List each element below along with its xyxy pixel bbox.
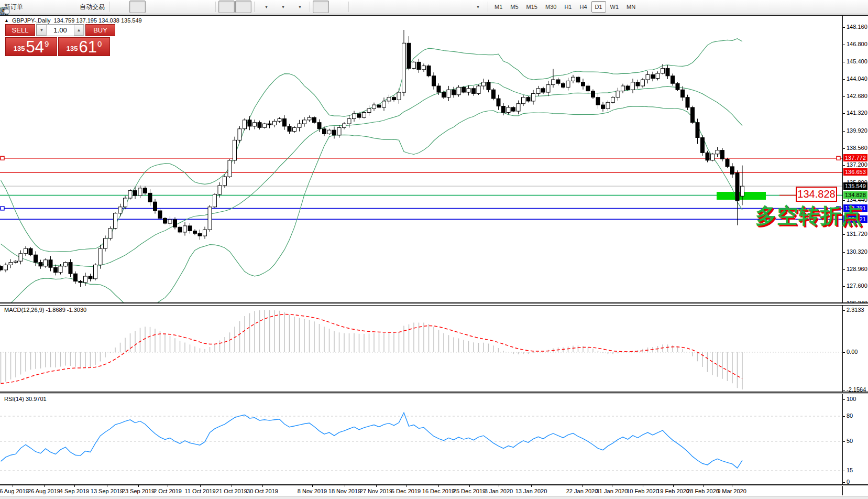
channel-button[interactable]: E: [402, 1, 418, 13]
label-button[interactable]: T: [452, 1, 468, 13]
autotrading-button-label: 自动交易: [80, 3, 105, 12]
timeframe-button-h1[interactable]: H1: [561, 1, 575, 13]
line-handle[interactable]: [837, 156, 840, 160]
charts-button[interactable]: [26, 1, 42, 13]
line-chart-button[interactable]: [146, 1, 162, 13]
axis-tick: [843, 441, 845, 442]
volume-up-button[interactable]: ▲: [74, 25, 84, 36]
date-label: 16 Dec 2019: [422, 488, 455, 494]
line-handle[interactable]: [1, 207, 4, 210]
date-tick: [531, 485, 532, 487]
rsi-panel[interactable]: [0, 394, 842, 484]
tile-windows-button[interactable]: [196, 1, 213, 13]
price-tick-label: 131.720: [847, 231, 867, 237]
timeframe-button-w1[interactable]: W1: [607, 1, 623, 13]
date-tick: [469, 485, 470, 487]
search-icon-button[interactable]: [770, 1, 786, 13]
price-tick-label: 127.600: [847, 283, 867, 289]
arrows-button[interactable]: ▾: [469, 1, 485, 13]
mt4-terminal: 新订单自动交易▾▾▾EFAT▾M1M5M15M30H1H4D1W1MN ▲ GB…: [0, 0, 868, 499]
price-tick-label: 139.920: [847, 127, 867, 134]
horizontal-line-button[interactable]: [368, 1, 384, 13]
price-tick-label: 138.560: [847, 145, 867, 151]
sell-button[interactable]: SELL: [5, 24, 35, 36]
timeframe-button-d1[interactable]: D1: [591, 1, 606, 13]
volume-input[interactable]: [47, 25, 74, 36]
main-chart[interactable]: [0, 16, 842, 303]
line-handle[interactable]: [1, 156, 4, 160]
buy-price[interactable]: 135610: [58, 37, 110, 56]
axis-tick: [843, 352, 845, 353]
zoom-out-button[interactable]: [180, 1, 196, 13]
volume-down-button[interactable]: ▼: [37, 25, 47, 36]
axis-tick: [843, 310, 845, 311]
templates-button[interactable]: ▾: [291, 1, 307, 13]
price-axis[interactable]: 148.160146.800145.400144.040142.680141.3…: [842, 16, 868, 495]
chat-icon-button[interactable]: [786, 1, 803, 13]
timeframe-button-h4[interactable]: H4: [576, 1, 590, 13]
date-label: 26 Aug 2019: [28, 488, 60, 494]
timeframe-button-m30[interactable]: M30: [542, 1, 560, 13]
timeframe-button-m5[interactable]: M5: [507, 1, 522, 13]
sell-price[interactable]: 135549: [5, 37, 57, 56]
date-label: 4 Sep 2019: [60, 488, 89, 494]
autoscroll-button[interactable]: [218, 1, 235, 13]
axis-tick: [843, 399, 845, 400]
date-label: 16 Aug 2019: [0, 488, 29, 494]
date-tick: [312, 485, 313, 487]
axis-tick: [843, 79, 845, 80]
axis-tick: [843, 148, 845, 149]
annotation-text: 多空转折点: [755, 201, 863, 230]
timeframe-button-m15[interactable]: M15: [523, 1, 541, 13]
status-strip: [0, 496, 868, 499]
date-label: 22 Jan 2020: [566, 488, 598, 494]
date-tick: [44, 485, 45, 487]
axis-tick: [843, 390, 845, 390]
bar-chart-button[interactable]: [113, 1, 129, 13]
date-axis: 16 Aug 201926 Aug 20194 Sep 201913 Sep 2…: [0, 487, 842, 495]
panel-separator[interactable]: [0, 302, 868, 306]
dropdown-arrow-icon[interactable]: ▾: [299, 5, 301, 9]
axis-tick: [843, 131, 845, 132]
toolbar: 新订单自动交易▾▾▾EFAT▾M1M5M15M30H1H4D1W1MN: [0, 0, 868, 14]
autotrading-button[interactable]: 自动交易: [76, 1, 107, 13]
periods-button[interactable]: ▾: [274, 1, 290, 13]
timeframe-button-m1[interactable]: M1: [491, 1, 506, 13]
signals-button[interactable]: [59, 1, 75, 13]
candle-chart-button[interactable]: [129, 1, 146, 13]
buy-button[interactable]: BUY: [85, 24, 115, 36]
vertical-line-button[interactable]: [351, 1, 368, 13]
macd-axis-label: 2.3133: [847, 307, 864, 313]
fibonacci-button[interactable]: F: [419, 1, 435, 13]
trendline-button[interactable]: [385, 1, 401, 13]
macd-panel[interactable]: [0, 306, 842, 392]
toolbar-separator: [254, 2, 255, 12]
dropdown-arrow-icon[interactable]: ▾: [265, 5, 267, 9]
date-label: 2 Oct 2019: [153, 488, 182, 494]
cursor-button[interactable]: [313, 1, 329, 13]
symbol-title: GBPJPY-,Daily: [12, 17, 51, 24]
price-callout-label[interactable]: 134.828: [796, 187, 837, 202]
sell-price-handle: 135: [14, 45, 25, 52]
price-tick-label: 144.040: [847, 75, 867, 82]
date-tick: [376, 485, 377, 487]
axis-tick: [843, 234, 845, 235]
date-label: 19 Feb 2020: [657, 488, 689, 494]
price-badge: 134.828: [843, 191, 867, 199]
panel-separator[interactable]: [0, 392, 868, 394]
dropdown-arrow-icon[interactable]: ▾: [282, 5, 284, 9]
macd-signal-line: [1, 314, 743, 384]
dropdown-arrow-icon[interactable]: ▾: [477, 5, 479, 9]
date-tick: [74, 485, 75, 487]
date-tick: [406, 485, 406, 487]
sell-price-pip: 9: [45, 39, 49, 48]
indicators-button[interactable]: ▾: [257, 1, 273, 13]
timeframe-button-mn[interactable]: MN: [623, 1, 639, 13]
zoom-in-button[interactable]: [163, 1, 179, 13]
crosshair-button[interactable]: [329, 1, 346, 13]
collapse-panel-icon[interactable]: ▲: [4, 18, 9, 23]
date-tick: [232, 485, 232, 487]
text-button[interactable]: A: [435, 1, 452, 13]
profiles-button[interactable]: [42, 1, 59, 13]
chart-shift-button[interactable]: [235, 1, 251, 13]
